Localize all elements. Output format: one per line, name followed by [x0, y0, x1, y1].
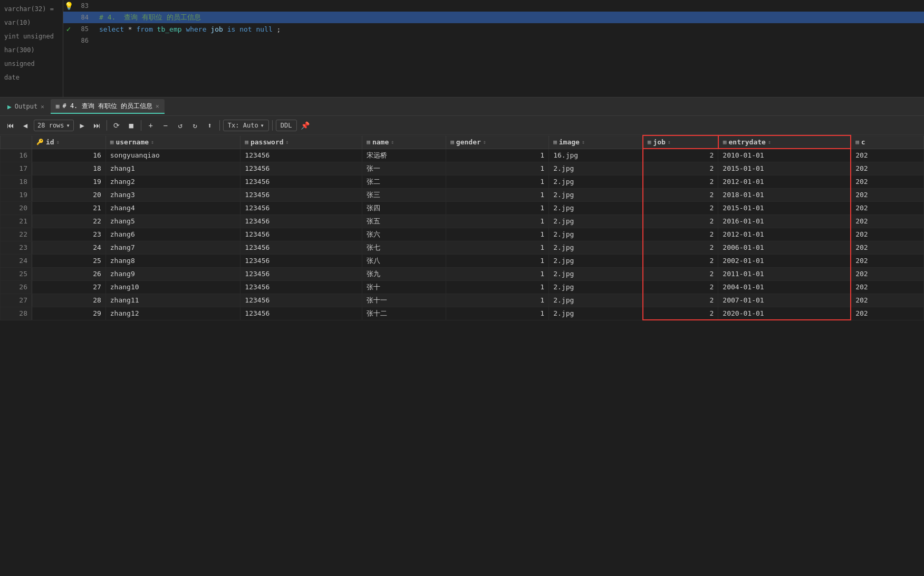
pin-button[interactable]: 📌: [299, 119, 312, 132]
col-name[interactable]: ▦ name ⇕: [362, 135, 446, 149]
cell-gender[interactable]: 1: [446, 280, 549, 294]
col-gender[interactable]: ▦ gender ⇕: [446, 135, 549, 149]
cell-gender[interactable]: 1: [446, 162, 549, 175]
table-row[interactable]: 23 24 zhang7 123456 张七 1 2.jpg 2 2006-01…: [1, 241, 924, 254]
cell-c[interactable]: 202: [851, 307, 923, 320]
tab-query4[interactable]: ▦ # 4. 查询 有职位 的员工信息 ✕: [51, 99, 165, 114]
cell-id[interactable]: 27: [32, 280, 106, 294]
tab-output[interactable]: ▶ Output ✕: [2, 99, 50, 114]
cell-c[interactable]: 202: [851, 228, 923, 241]
cell-name[interactable]: 张六: [362, 228, 446, 241]
cell-job[interactable]: 2: [643, 307, 718, 320]
cell-gender[interactable]: 1: [446, 201, 549, 214]
cell-entrydate[interactable]: 2015-01-01: [718, 201, 851, 214]
cell-c[interactable]: 202: [851, 294, 923, 307]
cell-username[interactable]: songyuanqiao: [105, 149, 240, 162]
cell-gender[interactable]: 1: [446, 267, 549, 280]
next-page-button[interactable]: ▶: [76, 119, 89, 132]
delete-row-button[interactable]: −: [159, 119, 172, 132]
cell-username[interactable]: zhang2: [105, 175, 240, 188]
cell-c[interactable]: 202: [851, 201, 923, 214]
cell-c[interactable]: 202: [851, 241, 923, 254]
cell-image[interactable]: 2.jpg: [549, 228, 643, 241]
cell-image[interactable]: 2.jpg: [549, 294, 643, 307]
table-row[interactable]: 18 19 zhang2 123456 张二 1 2.jpg 2 2012-01…: [1, 175, 924, 188]
cell-entrydate[interactable]: 2011-01-01: [718, 267, 851, 280]
cell-password[interactable]: 123456: [240, 294, 362, 307]
cell-name[interactable]: 张九: [362, 267, 446, 280]
stop-button[interactable]: ■: [125, 119, 138, 132]
cell-gender[interactable]: 1: [446, 254, 549, 267]
cell-image[interactable]: 2.jpg: [549, 175, 643, 188]
cell-id[interactable]: 26: [32, 267, 106, 280]
col-c[interactable]: ▦ c: [851, 135, 923, 149]
table-row[interactable]: 24 25 zhang8 123456 张八 1 2.jpg 2 2002-01…: [1, 254, 924, 267]
cell-entrydate[interactable]: 2012-01-01: [718, 175, 851, 188]
cell-name[interactable]: 张四: [362, 201, 446, 214]
cell-gender[interactable]: 1: [446, 307, 549, 320]
cell-password[interactable]: 123456: [240, 149, 362, 162]
cell-password[interactable]: 123456: [240, 188, 362, 201]
last-page-button[interactable]: ⏭: [91, 119, 103, 132]
table-row[interactable]: 27 28 zhang11 123456 张十一 1 2.jpg 2 2007-…: [1, 294, 924, 307]
refresh-button[interactable]: ⟳: [110, 119, 123, 132]
cell-job[interactable]: 2: [643, 294, 718, 307]
cell-job[interactable]: 2: [643, 201, 718, 214]
cell-c[interactable]: 202: [851, 267, 923, 280]
cell-entrydate[interactable]: 2016-01-01: [718, 214, 851, 228]
cell-id[interactable]: 16: [32, 149, 106, 162]
cell-password[interactable]: 123456: [240, 214, 362, 228]
cell-password[interactable]: 123456: [240, 280, 362, 294]
code-area[interactable]: 💡 83 84 # 4. 查询 有职位 的员工信息 ✓ 85 select * …: [63, 0, 924, 97]
cell-image[interactable]: 2.jpg: [549, 188, 643, 201]
cell-username[interactable]: zhang4: [105, 201, 240, 214]
table-row[interactable]: 20 21 zhang4 123456 张四 1 2.jpg 2 2015-01…: [1, 201, 924, 214]
cell-entrydate[interactable]: 2002-01-01: [718, 254, 851, 267]
table-row[interactable]: 17 18 zhang1 123456 张一 1 2.jpg 2 2015-01…: [1, 162, 924, 175]
cell-gender[interactable]: 1: [446, 294, 549, 307]
cell-name[interactable]: 张一: [362, 162, 446, 175]
col-entrydate[interactable]: ▦ entrydate ⇕: [718, 135, 851, 149]
table-row[interactable]: 22 23 zhang6 123456 张六 1 2.jpg 2 2012-01…: [1, 228, 924, 241]
cell-c[interactable]: 202: [851, 175, 923, 188]
cell-id[interactable]: 19: [32, 175, 106, 188]
cell-id[interactable]: 20: [32, 188, 106, 201]
cell-image[interactable]: 2.jpg: [549, 162, 643, 175]
cell-name[interactable]: 张十: [362, 280, 446, 294]
cell-image[interactable]: 2.jpg: [549, 254, 643, 267]
table-container[interactable]: 🔑 id ⇕ ▦ username ⇕: [0, 135, 924, 576]
table-row[interactable]: 28 29 zhang12 123456 张十二 1 2.jpg 2 2020-…: [1, 307, 924, 320]
cell-job[interactable]: 2: [643, 149, 718, 162]
cell-id[interactable]: 28: [32, 294, 106, 307]
cell-job[interactable]: 2: [643, 228, 718, 241]
cell-entrydate[interactable]: 2015-01-01: [718, 162, 851, 175]
table-row[interactable]: 26 27 zhang10 123456 张十 1 2.jpg 2 2004-0…: [1, 280, 924, 294]
cell-job[interactable]: 2: [643, 162, 718, 175]
cell-username[interactable]: zhang7: [105, 241, 240, 254]
cell-username[interactable]: zhang12: [105, 307, 240, 320]
cell-entrydate[interactable]: 2004-01-01: [718, 280, 851, 294]
cell-password[interactable]: 123456: [240, 162, 362, 175]
cell-password[interactable]: 123456: [240, 254, 362, 267]
tx-auto-button[interactable]: Tx: Auto ▾: [223, 120, 269, 131]
cell-name[interactable]: 张十二: [362, 307, 446, 320]
cell-id[interactable]: 25: [32, 254, 106, 267]
table-row[interactable]: 19 20 zhang3 123456 张三 1 2.jpg 2 2018-01…: [1, 188, 924, 201]
cell-image[interactable]: 2.jpg: [549, 201, 643, 214]
tab-query4-close[interactable]: ✕: [156, 103, 159, 110]
col-image[interactable]: ▦ image ⇕: [549, 135, 643, 149]
col-username[interactable]: ▦ username ⇕: [105, 135, 240, 149]
cell-password[interactable]: 123456: [240, 228, 362, 241]
cell-name[interactable]: 张七: [362, 241, 446, 254]
cell-username[interactable]: zhang10: [105, 280, 240, 294]
cell-entrydate[interactable]: 2020-01-01: [718, 307, 851, 320]
cell-job[interactable]: 2: [643, 254, 718, 267]
cell-image[interactable]: 2.jpg: [549, 241, 643, 254]
cell-c[interactable]: 202: [851, 149, 923, 162]
prev-page-button[interactable]: ◀: [19, 119, 32, 132]
cell-gender[interactable]: 1: [446, 228, 549, 241]
first-page-button[interactable]: ⏮: [4, 119, 17, 132]
cell-entrydate[interactable]: 2006-01-01: [718, 241, 851, 254]
cell-job[interactable]: 2: [643, 241, 718, 254]
cell-c[interactable]: 202: [851, 214, 923, 228]
